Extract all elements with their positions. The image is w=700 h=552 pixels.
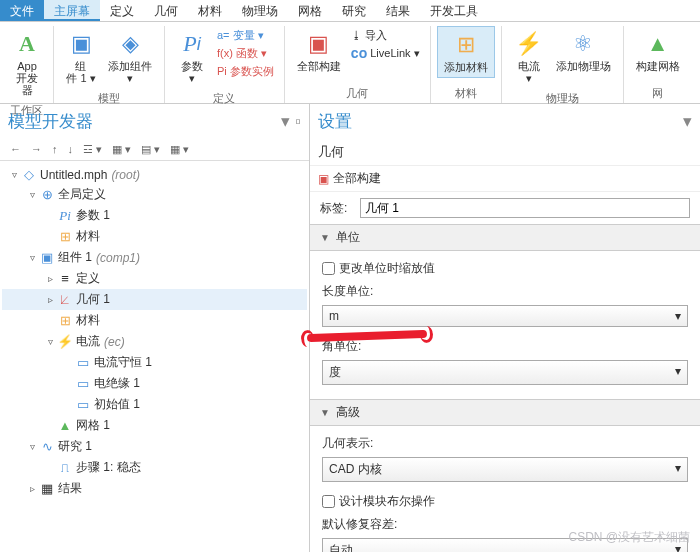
tree-toggle-icon[interactable]: ▹ [44, 273, 56, 284]
build-all-action[interactable]: ▣ 全部构建 [318, 170, 381, 187]
toolbar-button[interactable]: ↑ [48, 141, 62, 158]
geom-repr-select[interactable]: CAD 内核▾ [322, 457, 688, 482]
tree-row[interactable]: ▭电流守恒 1 [2, 352, 307, 373]
panel-min-icon[interactable]: ▾ ▫ [281, 111, 301, 132]
geom-repr-label: 几何表示: [322, 432, 688, 455]
param-case-button[interactable]: Pi 参数实例 [213, 62, 278, 80]
add-material-button[interactable]: ⊞ 添加材料 [437, 26, 495, 78]
ribbon: A App开发器 工作区 ▣ 组件 1 ▾ ◈ 添加组件▾ 模型 Pi 参数▾ … [0, 22, 700, 104]
toolbar-button[interactable]: ▦ ▾ [166, 141, 193, 158]
tree-toggle-icon[interactable]: ▿ [26, 252, 38, 263]
menu-geom[interactable]: 几何 [144, 0, 188, 21]
tree-row[interactable]: ▿⚡电流(ec) [2, 331, 307, 352]
tree-row[interactable]: ▿◇Untitled.mph(root) [2, 165, 307, 184]
tree-node-hint: (root) [111, 168, 140, 182]
menu-study[interactable]: 研究 [332, 0, 376, 21]
settings-subtitle: 几何 [318, 143, 344, 161]
tree-node-label: 结果 [58, 480, 82, 497]
tree-row[interactable]: ▿▣组件 1(comp1) [2, 247, 307, 268]
group-mesh: 网 [630, 83, 686, 103]
tree-node-label: 电绝缘 1 [94, 375, 140, 392]
design-bool-label: 设计模块布尔操作 [339, 493, 435, 510]
section-units-header[interactable]: ▼ 单位 [310, 224, 700, 251]
section-advanced-header[interactable]: ▼ 高级 [310, 399, 700, 426]
tree-node-icon: Pi [56, 208, 74, 224]
tree-node-label: 定义 [76, 270, 100, 287]
toolbar-button[interactable]: → [27, 141, 46, 158]
livelink-button[interactable]: co LiveLink ▾ [347, 44, 424, 62]
tree-row[interactable]: ▭初始值 1 [2, 394, 307, 415]
toolbar-button[interactable]: ☲ ▾ [79, 141, 106, 158]
toolbar-button[interactable]: ▤ ▾ [137, 141, 164, 158]
default-repair-tol-select[interactable]: 自动▾ [322, 538, 688, 552]
settings-actions: ▣ 全部构建 [310, 166, 700, 192]
menu-dev[interactable]: 开发工具 [420, 0, 488, 21]
tree-row[interactable]: ▿⊕全局定义 [2, 184, 307, 205]
content-area: 模型开发器 ▾ ▫ ←→↑↓☲ ▾▦ ▾▤ ▾▦ ▾ ▿◇Untitled.mp… [0, 104, 700, 552]
tree-node-icon: ⚡ [56, 334, 74, 349]
build-all-button[interactable]: ▣ 全部构建 [291, 26, 347, 76]
model-tree[interactable]: ▿◇Untitled.mph(root)▿⊕全局定义Pi参数 1⊞材料▿▣组件 … [0, 161, 309, 552]
label-field-row: 标签: [310, 192, 700, 224]
functions-button[interactable]: f(x) 函数 ▾ [213, 44, 278, 62]
menu-mat[interactable]: 材料 [188, 0, 232, 21]
model-builder-title: 模型开发器 [8, 110, 93, 133]
tree-node-label: 电流守恒 1 [94, 354, 152, 371]
current-button[interactable]: ⚡ 电流▾ [508, 26, 550, 88]
toolbar-button[interactable]: ← [6, 141, 25, 158]
menu-home[interactable]: 主屏幕 [44, 0, 100, 21]
variables-button[interactable]: a= 变量 ▾ [213, 26, 278, 44]
tree-row[interactable]: Pi参数 1 [2, 205, 307, 226]
tree-node-icon: ⊕ [38, 187, 56, 202]
app-builder-button[interactable]: A App开发器 [6, 26, 48, 100]
add-physics-button[interactable]: ⚛ 添加物理场 [550, 26, 617, 76]
settings-title-bar: 设置 ▾ [310, 104, 700, 139]
tree-toggle-icon[interactable]: ▿ [26, 441, 38, 452]
design-bool-checkbox[interactable] [322, 495, 335, 508]
scale-on-change-checkbox[interactable] [322, 262, 335, 275]
menu-phys[interactable]: 物理场 [232, 0, 288, 21]
toolbar-button[interactable]: ↓ [64, 141, 78, 158]
chevron-down-icon: ▼ [320, 407, 330, 418]
toolbar-button[interactable]: ▦ ▾ [108, 141, 135, 158]
tree-toggle-icon[interactable]: ▿ [44, 336, 56, 347]
tree-row[interactable]: ▭电绝缘 1 [2, 373, 307, 394]
menu-file[interactable]: 文件 [0, 0, 44, 21]
label-input[interactable] [360, 198, 690, 218]
tree-toggle-icon[interactable]: ▿ [26, 189, 38, 200]
tree-row[interactable]: ▲网格 1 [2, 415, 307, 436]
tree-node-icon: ◇ [20, 167, 38, 182]
tree-node-label: 初始值 1 [94, 396, 140, 413]
tree-row[interactable]: ▿∿研究 1 [2, 436, 307, 457]
livelink-icon: co [351, 45, 367, 61]
angle-unit-select[interactable]: 度▾ [322, 360, 688, 385]
physics-icon: ⚛ [569, 30, 597, 58]
length-unit-label: 长度单位: [322, 280, 688, 303]
menu-def[interactable]: 定义 [100, 0, 144, 21]
tree-node-icon: ∿ [38, 439, 56, 454]
tree-row[interactable]: ⊞材料 [2, 310, 307, 331]
component-button[interactable]: ▣ 组件 1 ▾ [60, 26, 102, 88]
add-component-button[interactable]: ◈ 添加组件▾ [102, 26, 158, 88]
tree-toggle-icon[interactable]: ▹ [44, 294, 56, 305]
material-icon: ⊞ [452, 31, 480, 59]
menu-mesh[interactable]: 网格 [288, 0, 332, 21]
tree-node-hint: (comp1) [96, 251, 140, 265]
import-button[interactable]: ⭳ 导入 [347, 26, 424, 44]
parameters-button[interactable]: Pi 参数▾ [171, 26, 213, 88]
tree-toggle-icon[interactable]: ▹ [26, 483, 38, 494]
tree-node-label: 几何 1 [76, 291, 110, 308]
panel-min-icon[interactable]: ▾ [683, 111, 692, 132]
tree-toggle-icon[interactable]: ▿ [8, 169, 20, 180]
tree-row[interactable]: ⎍步骤 1: 稳态 [2, 457, 307, 478]
tree-row[interactable]: ▹⟀几何 1 [2, 289, 307, 310]
build-mesh-button[interactable]: ▲ 构建网格 [630, 26, 686, 76]
tree-node-label: 步骤 1: 稳态 [76, 459, 141, 476]
tree-row[interactable]: ▹≡定义 [2, 268, 307, 289]
tree-node-icon: ▣ [38, 250, 56, 265]
scale-on-change-label: 更改单位时缩放值 [339, 260, 435, 277]
length-unit-select[interactable]: m▾ [322, 305, 688, 327]
tree-row[interactable]: ⊞材料 [2, 226, 307, 247]
tree-row[interactable]: ▹▦结果 [2, 478, 307, 499]
menu-results[interactable]: 结果 [376, 0, 420, 21]
